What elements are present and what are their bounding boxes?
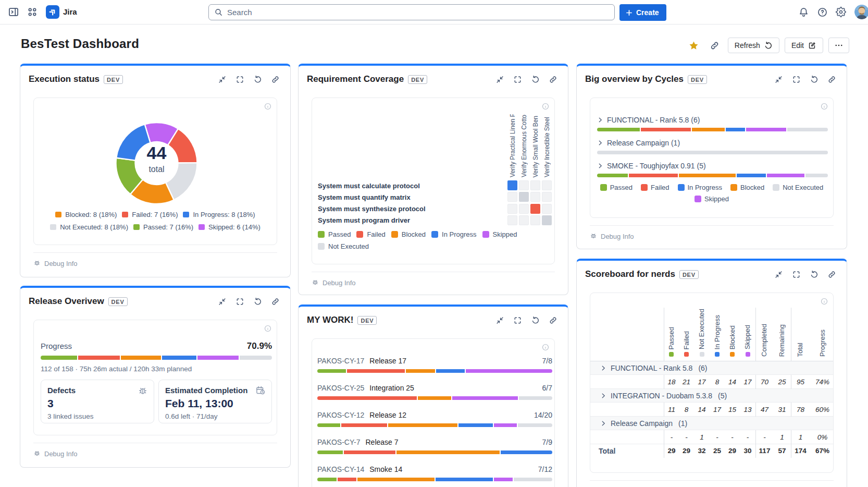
matrix-cell-empty[interactable] [519,215,529,225]
legend-swatch-in_progress [183,212,189,217]
link-gadget-button[interactable] [271,75,280,84]
link-gadget-button[interactable] [549,75,557,84]
expand-gadget-button[interactable] [513,75,522,84]
app-switcher-button[interactable] [26,6,39,18]
issue-key[interactable]: PAKOS-CY-14 [317,465,364,473]
execution-status-legend: Blocked: 8 (18%)Failed: 7 (16%)In Progre… [34,211,277,231]
panel-header: MY WORK! DEV [299,307,568,330]
issue-key[interactable]: PAKOS-CY-17 [317,357,364,365]
collapse-gadget-button[interactable] [774,270,783,279]
edit-button[interactable]: Edit [785,38,823,53]
refresh-gadget-button[interactable] [810,75,819,84]
refresh-gadget-button[interactable] [253,75,262,84]
matrix-cell-empty[interactable] [542,204,552,214]
scoreboard-group-row[interactable]: Release Campaign(1) [590,417,834,430]
refresh-gadget-button[interactable] [531,75,540,84]
scoreboard-group-row[interactable]: FUNCTIONAL - Rank 5.8(6) [590,361,834,375]
info-icon[interactable] [264,325,271,332]
scoreboard-value: - [664,430,679,444]
estimated-completion-card[interactable]: Estimated Completion Feb 11, 13:00 0.6d … [158,380,272,423]
user-avatar[interactable] [854,5,868,19]
search-input[interactable] [227,8,592,17]
favorite-star-button[interactable] [686,38,702,53]
matrix-row-label[interactable]: System must quantify matrix [318,193,411,201]
matrix-cell-not_executed[interactable] [542,215,552,225]
debug-info-button[interactable]: Debug Info [312,278,356,287]
link-gadget-button[interactable] [271,297,280,306]
expand-gadget-button[interactable] [513,316,522,325]
refresh-gadget-button[interactable] [253,297,262,306]
info-icon[interactable] [821,103,828,110]
debug-info-label: Debug Info [601,233,634,240]
issue-key[interactable]: PAKOS-CY-12 [317,411,364,419]
expand-gadget-button[interactable] [235,75,244,84]
search-bar[interactable] [208,4,615,20]
matrix-column-header[interactable]: Verify Incredible Steel [541,117,553,177]
matrix-cell-empty[interactable] [542,192,552,202]
matrix-cell-empty[interactable] [507,192,517,202]
my-work-item[interactable]: PAKOS-CY-7Release 77/9 [317,438,552,465]
link-gadget-button[interactable] [827,270,836,279]
refresh-button[interactable]: Refresh [728,38,779,53]
matrix-column-header[interactable]: Verify Practical Linen P [507,114,518,177]
matrix-cell-empty[interactable] [530,180,540,190]
link-gadget-button[interactable] [827,75,836,84]
collapse-gadget-button[interactable] [495,316,504,325]
more-actions-button[interactable] [828,38,849,53]
collapse-gadget-button[interactable] [218,75,227,84]
bar-segment-in_progress [436,369,465,373]
expand-gadget-button[interactable] [792,270,801,279]
notifications-button[interactable] [797,6,810,18]
matrix-cell-empty[interactable] [519,204,529,214]
cycle-label[interactable]: FUNCTIONAL - Rank 5.8 (6) [597,116,828,124]
collapse-gadget-button[interactable] [218,297,227,306]
matrix-cell-empty[interactable] [530,192,540,202]
cycle-label[interactable]: SMOKE - Toughjoyfax 0.91 (5) [597,162,828,170]
collapse-gadget-button[interactable] [774,75,783,84]
fullscreen-icon [792,75,801,84]
my-work-item[interactable]: PAKOS-CY-17Release 177/8 [317,357,552,384]
matrix-cell-empty[interactable] [542,180,552,190]
my-work-item[interactable]: PAKOS-CY-14Smoke 147/12 [317,465,552,487]
info-icon[interactable] [542,344,549,351]
matrix-cell-in_progress[interactable] [507,180,517,190]
issue-key[interactable]: PAKOS-CY-25 [317,384,364,392]
matrix-cell-not_executed[interactable] [519,192,529,202]
refresh-gadget-button[interactable] [810,270,819,279]
matrix-cell-empty[interactable] [530,215,540,225]
matrix-row-label[interactable]: System must program driver [318,216,410,224]
top-navigation: Jira Create [0,0,868,25]
help-button[interactable] [816,6,828,18]
collapse-gadget-button[interactable] [495,75,504,84]
group-count: (1) [678,419,687,428]
scoreboard-group-row[interactable]: INTEGRATION - Duobam 5.3.8(5) [590,389,834,403]
defects-card[interactable]: Defects 3 3 linked issues [41,380,154,423]
matrix-cell-empty[interactable] [507,215,517,225]
link-gadget-button[interactable] [549,316,557,325]
matrix-cell-empty[interactable] [507,204,517,214]
bar-segment-skipped [466,369,552,373]
sidebar-toggle-button[interactable] [7,6,20,18]
matrix-cell-empty[interactable] [519,180,529,190]
expand-gadget-button[interactable] [792,75,801,84]
cycle-label[interactable]: Release Campaign (1) [597,139,828,147]
debug-info-button[interactable]: Debug Info [33,449,78,458]
matrix-column-header[interactable]: Verify Small Wool Ben [530,116,541,178]
settings-button[interactable] [835,6,847,18]
expand-gadget-button[interactable] [235,297,244,306]
debug-info-button[interactable]: Debug Info [33,259,78,268]
create-button[interactable]: Create [619,4,666,21]
issue-key[interactable]: PAKOS-CY-7 [317,438,360,446]
matrix-cell-failed[interactable] [530,204,540,214]
matrix-row-label[interactable]: System must synthesize protocol [318,205,426,213]
my-work-item[interactable]: PAKOS-CY-25Integration 256/7 [317,384,552,411]
copy-link-button[interactable] [707,38,723,53]
legend-item: Skipped [482,230,517,238]
my-work-item[interactable]: PAKOS-CY-12Release 1214/20 [317,411,552,438]
debug-info-button[interactable]: Debug Info [590,232,634,241]
jira-logo[interactable] [46,5,59,19]
matrix-column-header[interactable]: Verify Enormous Cotto [518,115,530,177]
refresh-gadget-button[interactable] [531,316,540,325]
matrix-row-label[interactable]: System must calculate protocol [318,182,420,190]
donut-segment-in_progress[interactable] [116,124,150,160]
